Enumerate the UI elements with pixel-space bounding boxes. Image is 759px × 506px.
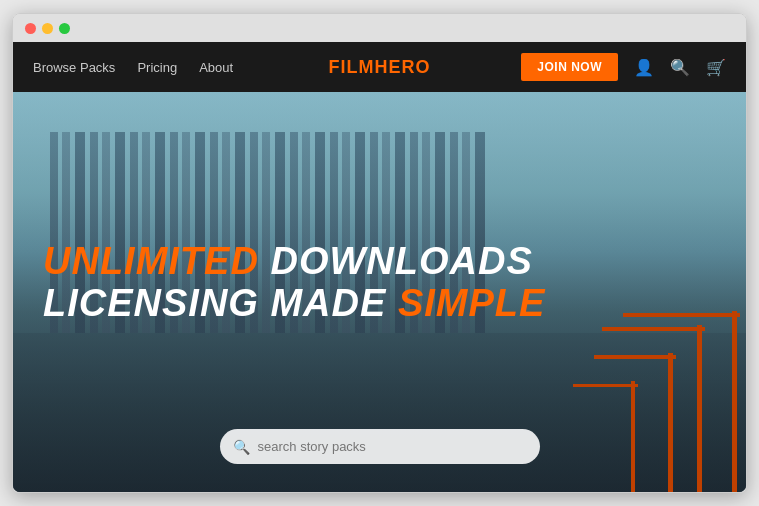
headline-downloads: DOWNLOADS bbox=[259, 240, 533, 282]
browser-chrome bbox=[13, 14, 746, 42]
hero-content: UNLIMITED DOWNLOADS LICENSING MADE SIMPL… bbox=[13, 241, 575, 325]
headline-licensing: LICENSING MADE bbox=[43, 282, 398, 324]
join-now-button[interactable]: JOIN NOW bbox=[521, 53, 618, 81]
nav-right: JOIN NOW 👤 🔍 🛒 bbox=[521, 53, 726, 81]
nav-about[interactable]: About bbox=[199, 60, 233, 75]
logo-text-film: FILM bbox=[328, 57, 374, 77]
site-content: Browse Packs Pricing About FILMHERO JOIN… bbox=[13, 42, 746, 493]
browser-window: Browse Packs Pricing About FILMHERO JOIN… bbox=[12, 13, 747, 493]
site-logo: FILMHERO bbox=[328, 57, 430, 78]
headline-simple: SIMPLE bbox=[398, 282, 545, 324]
cart-icon[interactable]: 🛒 bbox=[706, 58, 726, 77]
hero-headline: UNLIMITED DOWNLOADS LICENSING MADE SIMPL… bbox=[43, 241, 545, 325]
headline-unlimited: UNLIMITED bbox=[43, 240, 259, 282]
nav-pricing[interactable]: Pricing bbox=[137, 60, 177, 75]
search-input[interactable] bbox=[220, 429, 540, 464]
minimize-dot[interactable] bbox=[42, 23, 53, 34]
navbar: Browse Packs Pricing About FILMHERO JOIN… bbox=[13, 42, 746, 92]
headline-line1: UNLIMITED DOWNLOADS bbox=[43, 241, 545, 283]
nav-links: Browse Packs Pricing About bbox=[33, 60, 233, 75]
nav-browse-packs[interactable]: Browse Packs bbox=[33, 60, 115, 75]
hero-section: UNLIMITED DOWNLOADS LICENSING MADE SIMPL… bbox=[13, 92, 746, 493]
close-dot[interactable] bbox=[25, 23, 36, 34]
user-icon[interactable]: 👤 bbox=[634, 58, 654, 77]
search-bar-icon: 🔍 bbox=[233, 439, 250, 455]
search-bar-wrapper: 🔍 bbox=[220, 429, 540, 464]
headline-line2: LICENSING MADE SIMPLE bbox=[43, 283, 545, 325]
logo-text-hero: HERO bbox=[374, 57, 430, 77]
search-icon[interactable]: 🔍 bbox=[670, 58, 690, 77]
maximize-dot[interactable] bbox=[59, 23, 70, 34]
